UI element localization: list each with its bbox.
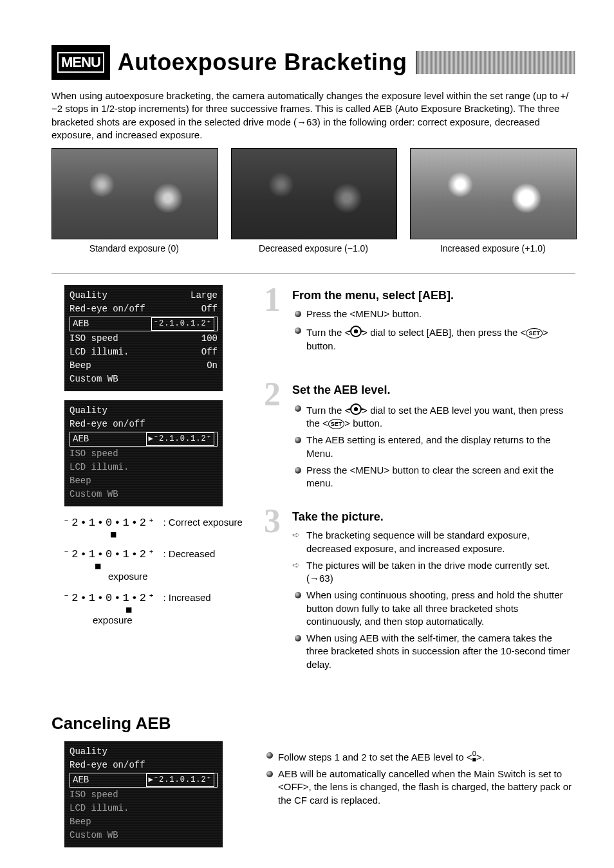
step-2-number: 2 [264,380,292,494]
lcd2-lcd-label: LCD illumi. [70,461,129,474]
manual-page: MENU Autoexposure Bracketing When using … [0,0,614,868]
page-title: Autoexposure Bracketing [118,49,407,76]
caption-increased: Increased exposure (+1.0) [410,243,575,254]
step-2-title: Set the AEB level. [292,383,575,397]
step-2-bullet-1: Turn the <> dial to set the AEB level yo… [292,402,575,430]
lcd2-beep-label: Beep [70,474,91,488]
lcd1-cwb-label: Custom WB [70,373,118,386]
lcdc-aeb-value: ▶⁻2.1.0.1.2⁺ [146,773,214,787]
caption-decreased: Decreased exposure (−1.0) [231,243,396,254]
left-column: QualityLarge Red-eye on/offOff AEB⁻2.1.0… [51,285,245,688]
step-1: 1 From the menu, select [AEB]. Press the… [264,285,575,356]
figure-increased: Increased exposure (+1.0) [410,148,575,254]
title-row: MENU Autoexposure Bracketing [51,45,575,80]
step-2-bullet-2: The AEB setting is entered, and the disp… [292,434,575,460]
lcd2-iso-label: ISO speed [70,447,118,461]
cancel-bullet-2: AEB will be automatically cancelled when… [264,768,575,807]
lcd2-aeb-value: ▶⁻2.1.0.1.2⁺ [146,432,214,446]
dial-icon [350,403,362,415]
lcd2-redeye-label: Red-eye on/off [70,418,145,431]
step-1-bullet-2: Turn the <> dial to select [AEB], then p… [292,324,575,353]
lcd1-redeye-value: Off [201,302,218,316]
step-3: 3 Take the picture. The bracketing seque… [264,506,575,675]
scale-correct: ⁻2•1•0•1•2⁺ : Correct exposure ■ [63,515,245,539]
lcd1-lcd-label: LCD illumi. [70,346,129,359]
lcd2-quality-label: Quality [70,404,107,418]
lcdc-quality-label: Quality [70,745,107,759]
set-icon: SET [328,419,345,429]
step-1-number: 1 [264,285,292,356]
step-2: 2 Set the AEB level. Turn the <> dial to… [264,380,575,494]
lcdc-cwb-label: Custom WB [70,829,118,842]
right-column: 1 From the menu, select [AEB]. Press the… [264,285,575,688]
sample-image-increased [410,148,577,239]
step-1-bullet-1: Press the <MENU> button. [292,308,575,320]
lcd2-cwb-label: Custom WB [70,488,118,501]
step-3-bullet-3: When using continuous shooting, press an… [292,589,575,628]
step-2-bullet-3: Press the <MENU> button to clear the scr… [292,464,575,490]
lcdc-iso-label: ISO speed [70,788,118,802]
lcd1-redeye-label: Red-eye on/off [70,302,145,316]
lcd-screen-2: Quality Red-eye on/off AEB▶⁻2.1.0.1.2⁺ I… [64,400,223,506]
caption-standard: Standard exposure (0) [51,243,217,254]
lcd1-iso-value: 100 [201,332,218,346]
step-3-bullet-2: The pictures will be taken in the drive … [292,559,575,586]
lcd1-beep-value: On [207,359,218,373]
lcdc-beep-label: Beep [70,815,91,829]
step-1-title: From the menu, select [AEB]. [292,289,575,302]
step-3-number: 3 [264,506,292,675]
intro-text: When using autoexposure bracketing, the … [51,89,575,142]
figure-standard: Standard exposure (0) [51,148,217,254]
lcd2-aeb-label: AEB [73,432,89,446]
scale-increased: ⁻2•1•0•1•2⁺ : Increased ■ exposure [63,591,245,627]
lcd1-quality-value: Large [191,289,218,302]
sample-image-decreased [231,148,398,239]
step-3-title: Take the picture. [292,510,575,524]
lcd-screen-1: QualityLarge Red-eye on/offOff AEB⁻2.1.0… [64,285,223,391]
dial-icon [350,326,362,337]
set-icon: SET [526,328,543,338]
lcd1-quality-label: Quality [70,289,107,302]
lcdc-redeye-label: Red-eye on/off [70,759,145,772]
aeb-zero-icon: 0■ [472,750,476,762]
step-3-bullet-4: When using AEB with the self-timer, the … [292,632,575,671]
menu-badge-icon: MENU [51,45,110,80]
lcd-screen-cancel: Quality Red-eye on/off AEB▶⁻2.1.0.1.2⁺ I… [64,741,223,847]
cancel-title: Canceling AEB [51,714,575,734]
cancel-bullet-1: Follow steps 1 and 2 to set the AEB leve… [264,749,575,764]
step-3-bullet-1: The bracketing sequence will be standard… [292,529,575,555]
scale-decreased: ⁻2•1•0•1•2⁺ : Decreased ■ exposure [63,547,245,583]
figure-row: Standard exposure (0) Decreased exposure… [51,148,575,254]
lcd1-beep-label: Beep [70,359,91,373]
lcd1-aeb-value: ⁻2.1.0.1.2⁺ [151,317,214,331]
figure-decreased: Decreased exposure (−1.0) [231,148,396,254]
lcd1-lcd-value: Off [201,346,218,359]
title-decoration [416,51,575,74]
lcd1-iso-label: ISO speed [70,332,118,346]
lcdc-aeb-label: AEB [73,773,89,787]
lcdc-lcd-label: LCD illumi. [70,802,129,815]
lcd1-aeb-label: AEB [73,317,89,331]
sample-image-standard [51,148,218,239]
divider [51,273,575,273]
